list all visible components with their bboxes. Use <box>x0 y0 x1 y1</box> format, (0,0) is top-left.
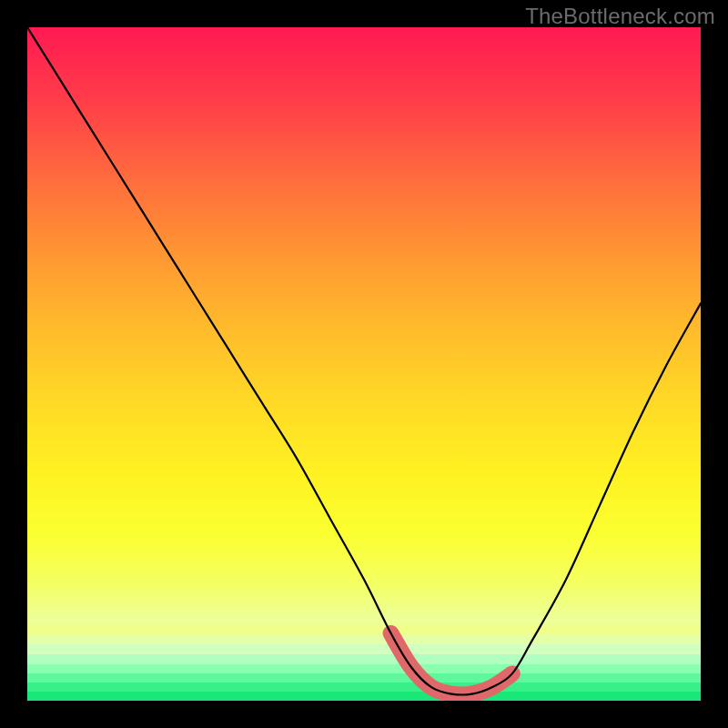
watermark-text: TheBottleneck.com <box>525 4 715 29</box>
plot-area <box>27 27 701 701</box>
curve-line <box>27 27 701 695</box>
chart-frame: TheBottleneck.com <box>0 0 728 728</box>
bottleneck-curve-svg <box>27 27 701 701</box>
